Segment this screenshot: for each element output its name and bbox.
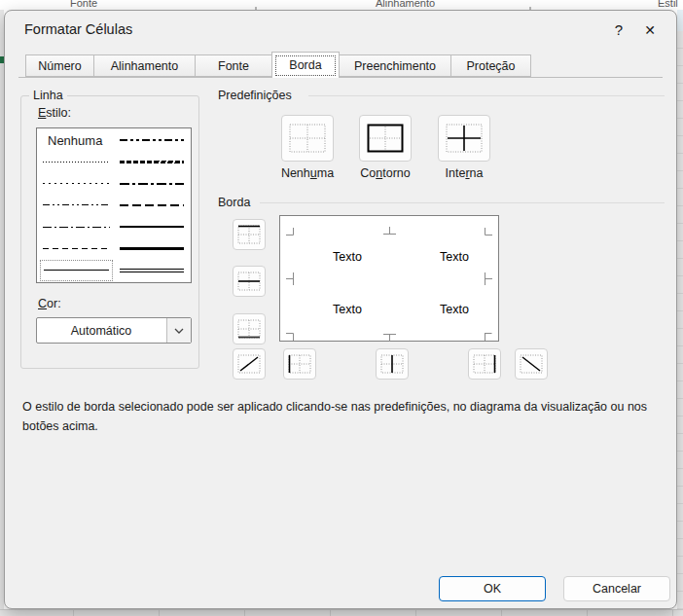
line-style-sample — [120, 183, 184, 185]
tab-content-border — [18, 77, 663, 78]
dialog-launcher-icon — [255, 1, 264, 10]
excel-sheet-bottom-sliver — [0, 609, 683, 616]
tab-protecao[interactable]: Proteção — [450, 54, 531, 77]
right-border-icon — [473, 354, 496, 374]
color-label: Cor: — [38, 297, 61, 310]
right-border-button[interactable] — [468, 348, 501, 380]
border-group-title: Borda — [218, 196, 256, 209]
line-style-sample — [120, 204, 184, 206]
inside-vertical-border-icon — [380, 354, 404, 374]
tab-numero[interactable]: Número — [25, 54, 94, 77]
line-style-sample — [120, 226, 184, 228]
close-button[interactable]: ✕ — [637, 18, 663, 43]
excel-ribbon-strip: Fonte Alinhamento Estil — [0, 0, 683, 10]
ribbon-group-label-estilo: Estil — [658, 0, 678, 9]
ribbon-group-label-alinhamento: Alinhamento — [376, 0, 435, 9]
tab-borda[interactable]: Borda — [271, 52, 340, 78]
line-style-option-medium-solid[interactable] — [117, 216, 187, 237]
tab-fonte[interactable]: Fonte — [195, 54, 272, 77]
help-button[interactable]: ? — [608, 19, 629, 41]
tick-bottom-center — [383, 328, 396, 345]
line-style-option-medium-dash-dot[interactable] — [117, 173, 187, 195]
tick-bottom-right — [485, 327, 492, 344]
line-style-sample — [43, 162, 110, 163]
tick-top-center — [383, 221, 396, 238]
line-style-sample — [120, 247, 184, 250]
ribbon-group-label-fonte: Fonte — [70, 0, 97, 9]
preview-text: Texto — [420, 250, 488, 264]
line-style-sample — [43, 183, 110, 184]
cancel-button[interactable]: Cancelar — [563, 576, 670, 601]
preset-none-button[interactable] — [281, 115, 334, 162]
line-style-option-medium-dashed[interactable] — [117, 195, 187, 216]
tab-preenchimento[interactable]: Preenchimento — [339, 54, 451, 77]
diagonal-up-border-icon — [237, 354, 261, 374]
preset-inside-label: Interna — [418, 166, 510, 180]
line-style-option-dashed[interactable] — [40, 237, 113, 259]
line-style-option-thick-solid[interactable] — [117, 237, 187, 259]
color-dropdown-value: Automático — [37, 318, 165, 343]
description-text: O estilo de borda selecionado pode ser a… — [22, 398, 665, 436]
ok-button[interactable]: OK — [439, 576, 546, 601]
line-style-sample — [43, 248, 110, 249]
line-style-listbox[interactable]: Nenhuma — [36, 127, 192, 283]
line-style-sample — [120, 161, 184, 163]
bottom-border-button[interactable] — [233, 313, 266, 344]
top-border-icon — [237, 225, 261, 244]
top-border-button[interactable] — [233, 219, 266, 250]
tab-strip: Número Alinhamento Fonte Borda Preenchim… — [25, 54, 530, 78]
line-style-option-hairline-dotted[interactable] — [40, 151, 113, 172]
line-style-option-dotted[interactable] — [40, 173, 113, 195]
border-separator — [260, 202, 665, 203]
line-style-option-slant-dash-dot[interactable] — [117, 151, 187, 172]
excel-blue-fragment — [677, 10, 683, 31]
line-style-option-thin-solid[interactable] — [40, 260, 113, 281]
line-style-sample — [43, 204, 110, 205]
bottom-border-icon — [237, 319, 261, 339]
tick-bottom-left — [286, 327, 294, 344]
excel-sheet-right-sliver — [677, 10, 683, 609]
tick-middle-right — [485, 272, 492, 289]
chevron-down-icon[interactable] — [166, 318, 191, 343]
dialog-titlebar: Formatar Células ? ✕ — [5, 11, 676, 50]
dialog-launcher-icon — [529, 1, 538, 10]
inside-horizontal-border-icon — [237, 272, 261, 291]
tick-top-left — [286, 222, 294, 239]
tab-focus-rect — [275, 55, 336, 76]
preset-outline-button[interactable] — [359, 115, 412, 162]
preset-outline-label: Contorno — [340, 166, 431, 180]
preview-text: Texto — [313, 303, 381, 316]
diagonal-down-border-icon — [520, 354, 543, 374]
line-style-none-label: Nenhuma — [43, 133, 102, 148]
border-preview-diagram[interactable]: Texto Texto Texto Texto — [279, 215, 499, 342]
line-style-option-dash-dot[interactable] — [40, 216, 113, 237]
line-style-sample — [43, 227, 110, 228]
inside-horizontal-border-button[interactable] — [233, 266, 266, 297]
border-outline-icon — [367, 124, 404, 153]
line-style-option-dash-dot-dot[interactable] — [40, 195, 113, 216]
tick-middle-left — [286, 272, 294, 289]
preview-text: Texto — [313, 250, 381, 264]
color-dropdown[interactable]: Automático — [36, 317, 192, 344]
tab-alinhamento[interactable]: Alinhamento — [93, 54, 196, 77]
left-border-button[interactable] — [283, 348, 316, 380]
preview-text: Texto — [420, 303, 488, 316]
line-style-sample — [44, 270, 109, 271]
line-group-title: Linha — [29, 89, 67, 102]
dialog-title: Formatar Células — [24, 21, 132, 37]
style-label: Estilo: — [38, 106, 71, 120]
inside-vertical-border-button[interactable] — [376, 348, 409, 380]
line-style-list-right — [115, 128, 191, 282]
presets-separator — [308, 95, 665, 96]
line-style-list-left: Nenhuma — [37, 128, 115, 282]
line-style-option-double[interactable] — [117, 260, 187, 281]
diagonal-up-border-button[interactable] — [233, 348, 266, 380]
tick-top-right — [485, 222, 492, 239]
line-group: Linha Estilo: Nenhuma Cor: Automático — [20, 95, 199, 369]
line-style-option-medium-dash-dot-dot[interactable] — [117, 129, 187, 151]
diagonal-down-border-button[interactable] — [515, 348, 548, 380]
preset-inside-button[interactable] — [438, 115, 490, 162]
line-style-sample — [120, 139, 184, 141]
line-style-option-none[interactable]: Nenhuma — [40, 129, 113, 151]
line-style-sample — [120, 269, 184, 272]
